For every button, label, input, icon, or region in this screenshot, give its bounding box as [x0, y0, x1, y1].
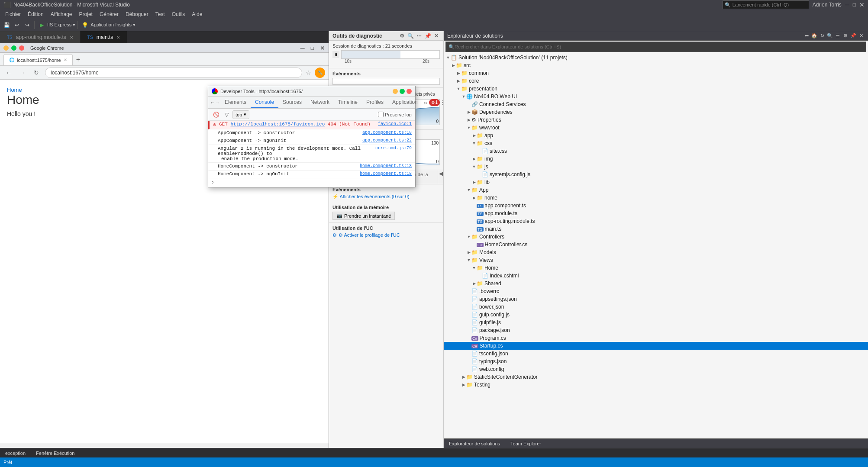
new-tab-btn[interactable]: +	[73, 54, 84, 65]
tab-network[interactable]: Network	[306, 97, 334, 108]
tree-item-21[interactable]: TSapp-routing.module.ts	[444, 217, 868, 225]
menu-fichier[interactable]: Fichier	[2, 10, 24, 18]
tree-item-17[interactable]: ▼📁App	[444, 186, 868, 194]
tab-more[interactable]: »	[422, 99, 429, 106]
tree-item-38[interactable]: 📄tsconfig.json	[444, 350, 868, 357]
tree-item-9[interactable]: ▼📁wwwroot	[444, 124, 868, 132]
console-source-4[interactable]: home.component.ts:13	[360, 164, 412, 168]
tabs-scroll-right[interactable]	[324, 31, 329, 43]
tree-item-33[interactable]: 📄gulp.config.js	[444, 311, 868, 319]
browser-minimize-btn[interactable]	[3, 45, 9, 51]
devtools-back-btn[interactable]: ←	[210, 98, 215, 107]
tab-console[interactable]: Console	[251, 97, 278, 108]
diag-pin-icon[interactable]: 📌	[424, 32, 431, 39]
tree-expand-17[interactable]: ▼	[466, 188, 471, 192]
sol-pin-icon[interactable]: 📌	[850, 32, 857, 39]
breadcrumb[interactable]: Home	[7, 87, 22, 93]
clear-console-btn[interactable]: 🚫	[212, 110, 220, 119]
toolbar-redo-btn[interactable]: ↪	[23, 20, 32, 30]
tree-item-13[interactable]: ▶📁img	[444, 155, 868, 163]
tree-expand-25[interactable]: ▶	[466, 250, 471, 254]
tree-expand-7[interactable]: ▶	[466, 110, 471, 114]
tree-item-26[interactable]: ▼📁Views	[444, 256, 868, 264]
tree-item-28[interactable]: 📄Index.cshtml	[444, 272, 868, 280]
tree-item-18[interactable]: ▶📁home	[444, 194, 868, 202]
tree-item-29[interactable]: ▶📁Shared	[444, 280, 868, 287]
tree-item-12[interactable]: 📄site.css	[444, 147, 868, 155]
browser-scrollbar[interactable]	[0, 443, 329, 448]
reload-btn[interactable]: ↻	[31, 68, 42, 78]
console-input[interactable]	[217, 180, 412, 185]
tree-item-14[interactable]: ▼📁js	[444, 163, 868, 171]
tree-item-19[interactable]: TSapp.component.ts	[444, 202, 868, 209]
tree-item-1[interactable]: ▶📁src	[444, 61, 868, 69]
exception-tab[interactable]: exception	[3, 450, 27, 457]
back-btn[interactable]: ←	[3, 68, 14, 78]
tree-item-30[interactable]: 📄.bowerrc	[444, 287, 868, 295]
tree-expand-0[interactable]: ▼	[445, 55, 451, 60]
tab-close-icon[interactable]: ✕	[70, 35, 73, 40]
tree-expand-8[interactable]: ▶	[466, 118, 471, 122]
diag-expand-icon[interactable]: ◀	[438, 170, 443, 177]
tree-item-40[interactable]: 📄web.config	[444, 365, 868, 373]
preserve-log-checkbox[interactable]	[378, 112, 384, 117]
url-input[interactable]	[45, 68, 302, 78]
diag-events-link[interactable]: ⚡ Afficher les événements (0 sur 0)	[332, 194, 440, 200]
tree-expand-13[interactable]: ▶	[471, 157, 477, 161]
preserve-log-label[interactable]: Preserve log	[378, 112, 412, 117]
tree-item-22[interactable]: TSmain.ts	[444, 225, 868, 233]
menu-generer[interactable]: Générer	[96, 10, 122, 18]
tree-item-5[interactable]: ▼🌐No404.BO.Web.UI	[444, 93, 868, 100]
console-source-5[interactable]: home.component.ts:18	[360, 171, 412, 176]
browser-maximize-icon[interactable]: □	[311, 45, 314, 51]
devtools-minimize-btn[interactable]	[393, 89, 398, 94]
tree-expand-41[interactable]: ▶	[461, 375, 466, 379]
execution-tab[interactable]: Fenêtre Exécution	[34, 450, 76, 457]
tree-expand-10[interactable]: ▶	[471, 133, 477, 138]
menu-aide[interactable]: Aide	[188, 10, 206, 18]
console-error-link[interactable]: http://localhost:1675/favicon.ico	[230, 122, 325, 127]
menu-deboguer[interactable]: Déboguer	[122, 10, 152, 18]
menu-test[interactable]: Test	[152, 10, 168, 18]
tab-elements[interactable]: Elements	[220, 97, 251, 108]
tree-item-8[interactable]: ▶⚙Properties	[444, 116, 868, 124]
tree-expand-14[interactable]: ▼	[471, 164, 477, 169]
tree-item-10[interactable]: ▶📁app	[444, 132, 868, 139]
sol-settings-icon[interactable]: ⚙	[842, 32, 849, 39]
diag-more-icon[interactable]: ⋯	[416, 32, 423, 39]
tree-item-39[interactable]: 📄typings.json	[444, 357, 868, 365]
tree-item-20[interactable]: TSapp.module.ts	[444, 209, 868, 217]
forward-btn[interactable]: →	[17, 68, 28, 78]
tree-item-0[interactable]: ▼📋Solution 'No404BackOfficeSolution' (11…	[444, 54, 868, 61]
diag-snapshot-btn[interactable]: 📷 Prendre un instantané	[332, 212, 395, 220]
sol-icon-1[interactable]: ⬅	[803, 32, 810, 39]
tree-item-36[interactable]: C#Program.cs	[444, 334, 868, 342]
menu-outils[interactable]: Outils	[168, 10, 189, 18]
console-source-0[interactable]: favicon.ico:1	[378, 122, 412, 126]
editor-tab-routing[interactable]: TS app-routing.module.ts ✕	[0, 31, 81, 43]
diag-settings-icon[interactable]: ⚙	[398, 32, 405, 39]
tree-item-31[interactable]: 📄appsettings.json	[444, 295, 868, 303]
tree-expand-5[interactable]: ▼	[461, 94, 466, 99]
tree-expand-26[interactable]: ▼	[466, 258, 471, 262]
tree-item-24[interactable]: C#HomeController.cs	[444, 241, 868, 248]
tree-expand-16[interactable]: ▶	[471, 180, 477, 184]
tab-profiles[interactable]: Profiles	[362, 97, 388, 108]
sol-icon-4[interactable]: 🔍	[826, 32, 833, 39]
tab-timeline[interactable]: Timeline	[334, 97, 362, 108]
sol-icon-3[interactable]: ↻	[819, 32, 826, 39]
editor-tab-main[interactable]: TS main.ts ✕	[81, 31, 127, 43]
tree-item-41[interactable]: ▶📁StaticSiteContentGenerator	[444, 373, 868, 381]
tab-close-icon-main[interactable]: ✕	[116, 35, 120, 40]
tree-item-16[interactable]: ▶📁lib	[444, 178, 868, 186]
tree-item-4[interactable]: ▼📁presentation	[444, 85, 868, 93]
quick-launch-search[interactable]: 🔍 Lancement rapide (Ctrl+Q)	[723, 0, 809, 9]
sol-icon-5[interactable]: ☰	[834, 32, 841, 39]
diag-cpu-link[interactable]: ⚙ ⚙ Activer le profilage de l'UC	[332, 232, 440, 238]
minimize-btn[interactable]: ─	[845, 1, 849, 8]
sol-close-icon[interactable]: ✕	[858, 32, 865, 39]
tree-expand-27[interactable]: ▼	[471, 266, 477, 270]
browser-minimize-icon[interactable]: ─	[300, 45, 305, 52]
bookmark-icon[interactable]: ☆	[306, 69, 311, 76]
toolbar-undo-btn[interactable]: ↩	[12, 20, 22, 30]
